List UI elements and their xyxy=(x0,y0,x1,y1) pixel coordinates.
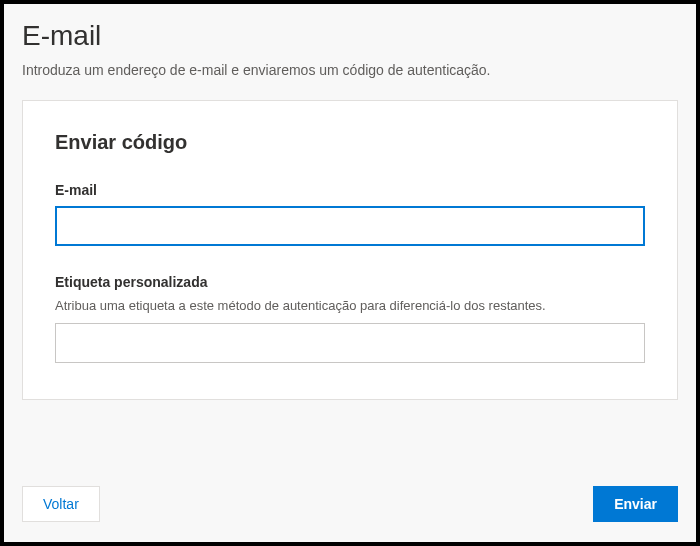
email-label: E-mail xyxy=(55,182,645,198)
custom-tag-label: Etiqueta personalizada xyxy=(55,274,645,290)
custom-tag-input[interactable] xyxy=(55,323,645,363)
page-subtitle: Introduza um endereço de e-mail e enviar… xyxy=(22,62,678,78)
footer-buttons: Voltar Enviar xyxy=(22,486,678,522)
page-title: E-mail xyxy=(22,20,678,52)
send-button[interactable]: Enviar xyxy=(593,486,678,522)
custom-tag-field-group: Etiqueta personalizada Atribua uma etiqu… xyxy=(55,274,645,363)
dialog-container: E-mail Introduza um endereço de e-mail e… xyxy=(4,4,696,542)
send-code-card: Enviar código E-mail Etiqueta personaliz… xyxy=(22,100,678,400)
email-input[interactable] xyxy=(55,206,645,246)
email-field-group: E-mail xyxy=(55,182,645,246)
card-title: Enviar código xyxy=(55,131,645,154)
back-button[interactable]: Voltar xyxy=(22,486,100,522)
custom-tag-helper: Atribua uma etiqueta a este método de au… xyxy=(55,298,645,313)
